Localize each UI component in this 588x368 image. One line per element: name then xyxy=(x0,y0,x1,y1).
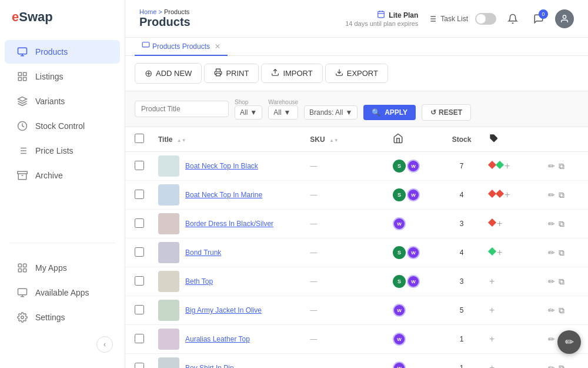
product-thumbnail xyxy=(158,184,179,205)
row-shop-cell: W xyxy=(386,325,441,354)
edit-icon[interactable]: ✏ xyxy=(548,219,555,228)
sidebar-item-my-apps[interactable]: My Apps xyxy=(5,256,120,280)
user-avatar[interactable] xyxy=(555,9,574,28)
notifications-btn[interactable] xyxy=(503,9,522,28)
row-tags-cell: + xyxy=(482,354,541,369)
row-product-cell: Boy Shirt In Pin xyxy=(151,354,303,369)
messages-btn[interactable]: 0 xyxy=(529,9,548,28)
sidebar-item-products[interactable]: Products xyxy=(5,40,120,64)
copy-icon[interactable]: ⧉ xyxy=(559,306,564,316)
product-name-link[interactable]: Beth Top xyxy=(185,277,213,286)
svg-point-32 xyxy=(563,15,566,18)
product-name-link[interactable]: Boat Neck Top In Marine xyxy=(185,191,262,199)
add-new-button[interactable]: ⊕ ADD NEW xyxy=(135,63,202,84)
edit-icon[interactable]: ✏ xyxy=(548,277,555,286)
task-list-btn[interactable]: Task List xyxy=(427,14,468,24)
tab-close-icon[interactable]: ✕ xyxy=(215,42,220,51)
add-tag-btn[interactable]: + xyxy=(505,161,510,171)
sku-value: — xyxy=(310,162,317,170)
add-tag-btn[interactable]: + xyxy=(497,218,502,228)
row-actions-cell: ✏ ⧉ xyxy=(541,296,588,325)
tab-products-products[interactable]: Products Products ✕ xyxy=(135,38,228,56)
row-shop-cell: SW xyxy=(386,238,441,267)
product-thumbnail xyxy=(158,271,179,292)
sku-sort[interactable]: ▲▼ xyxy=(329,138,339,143)
add-tag-btn[interactable]: + xyxy=(489,334,495,344)
row-checkbox[interactable] xyxy=(135,276,144,286)
row-checkbox-cell xyxy=(125,181,151,210)
row-stock-cell: 4 xyxy=(441,181,482,210)
copy-icon[interactable]: ⧉ xyxy=(559,248,564,258)
row-product-cell: Bond Trunk xyxy=(151,238,303,267)
sidebar-collapse-btn[interactable]: ‹ xyxy=(96,336,113,353)
add-tag-btn[interactable]: + xyxy=(489,305,495,315)
row-stock-cell: 7 xyxy=(441,152,482,181)
sidebar-item-archive[interactable]: Archive xyxy=(5,164,120,187)
row-sku-cell: — xyxy=(303,354,386,369)
add-tag-btn[interactable]: + xyxy=(489,363,495,368)
row-checkbox[interactable] xyxy=(135,334,144,343)
add-tag-btn[interactable]: + xyxy=(505,190,510,200)
edit-icon[interactable]: ✏ xyxy=(548,363,555,368)
row-checkbox[interactable] xyxy=(135,305,144,314)
row-checkbox[interactable] xyxy=(135,190,144,199)
copy-icon[interactable]: ⧉ xyxy=(559,363,564,369)
row-checkbox[interactable] xyxy=(135,218,144,228)
copy-icon[interactable]: ⧉ xyxy=(559,277,564,287)
product-name-link[interactable]: Big Army Jacket In Olive xyxy=(185,306,262,314)
product-name-link[interactable]: Boat Neck Top In Black xyxy=(185,162,258,170)
row-actions-cell: ✏ ⧉ xyxy=(541,238,588,267)
title-sort[interactable]: ▲▼ xyxy=(177,138,186,143)
product-title-filter[interactable] xyxy=(135,101,229,117)
row-sku-cell: — xyxy=(303,238,386,267)
table-row: Beth Top — SW 3 + ✏ ⧉ xyxy=(125,267,588,296)
edit-icon[interactable]: ✏ xyxy=(548,190,555,200)
apply-button[interactable]: 🔍 APPLY xyxy=(363,105,416,120)
row-checkbox[interactable] xyxy=(135,247,144,257)
sidebar-item-variants[interactable]: Variants xyxy=(5,89,120,113)
sidebar-item-settings[interactable]: Settings xyxy=(5,306,120,329)
row-checkbox[interactable] xyxy=(135,161,144,170)
product-name-link[interactable]: Bond Trunk xyxy=(185,248,221,257)
import-button[interactable]: IMPORT xyxy=(261,64,322,83)
row-checkbox[interactable] xyxy=(135,363,144,369)
export-button[interactable]: EXPORT xyxy=(325,64,388,83)
svg-rect-6 xyxy=(24,78,26,81)
sidebar-item-stock-control[interactable]: Stock Control xyxy=(5,114,120,138)
sidebar-item-listings[interactable]: Listings xyxy=(5,65,120,88)
sku-value: — xyxy=(310,191,317,199)
nav-section: Products Listings Variants Stock Control xyxy=(0,34,125,236)
add-tag-btn[interactable]: + xyxy=(489,276,495,286)
edit-icon[interactable]: ✏ xyxy=(548,161,555,171)
tab-label: Products Products xyxy=(152,42,210,51)
product-name-link[interactable]: Border Dress In Black/Silver xyxy=(185,220,273,228)
sidebar-item-available-apps[interactable]: Available Apps xyxy=(5,281,120,304)
shop-select[interactable]: All ▼ xyxy=(235,105,262,120)
sidebar-item-price-lists[interactable]: Price Lists xyxy=(5,139,120,163)
add-tag-btn[interactable]: + xyxy=(497,247,502,257)
logo[interactable]: eSwap xyxy=(0,0,125,34)
copy-icon[interactable]: ⧉ xyxy=(559,190,564,200)
breadcrumb-home[interactable]: Home xyxy=(139,8,156,15)
brands-select[interactable]: Brands: All ▼ xyxy=(304,105,358,120)
copy-icon[interactable]: ⧉ xyxy=(559,161,564,171)
sidebar-label-variants: Variants xyxy=(35,97,65,106)
select-all-checkbox[interactable] xyxy=(135,134,144,143)
edit-icon[interactable]: ✏ xyxy=(548,306,555,315)
edit-icon[interactable]: ✏ xyxy=(548,248,555,257)
warehouse-select[interactable]: All ▼ xyxy=(268,105,298,120)
stock-control-icon xyxy=(16,120,28,132)
copy-icon[interactable]: ⧉ xyxy=(559,219,564,229)
chevron-down-icon: ▼ xyxy=(250,108,257,117)
print-button[interactable]: PRINT xyxy=(204,64,259,83)
theme-toggle[interactable] xyxy=(475,13,496,25)
product-thumbnail xyxy=(158,300,179,321)
product-name-link[interactable]: Auralias Leather Top xyxy=(185,335,250,343)
shop-filter-wrap: Shop All ▼ xyxy=(235,99,262,120)
reset-button[interactable]: ↺ RESET xyxy=(422,104,471,121)
row-tags-cell: + xyxy=(482,152,541,181)
fab-edit-btn[interactable]: ✏ xyxy=(557,330,581,354)
product-name-link[interactable]: Boy Shirt In Pin xyxy=(185,364,234,368)
sidebar-label-available-apps: Available Apps xyxy=(35,288,89,297)
edit-icon[interactable]: ✏ xyxy=(548,334,555,344)
